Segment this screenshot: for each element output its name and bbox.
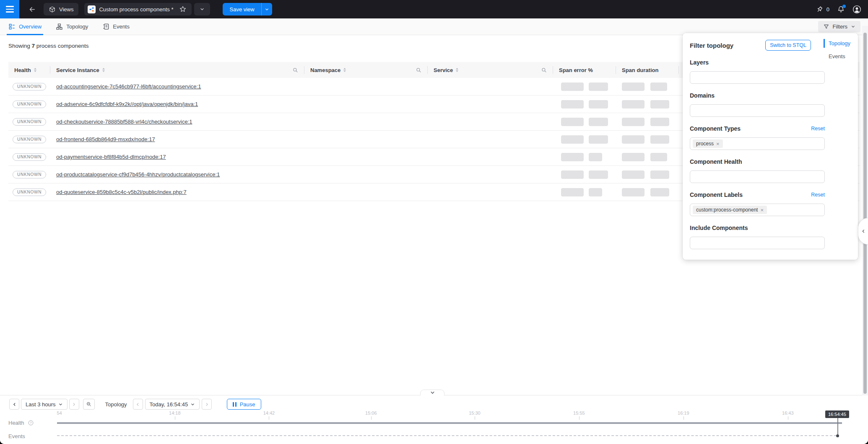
component-labels-reset-link[interactable]: Reset [811, 192, 825, 198]
component-types-reset-link[interactable]: Reset [811, 126, 825, 132]
events-icon [102, 23, 109, 30]
loading-skeleton [650, 170, 669, 179]
events-timeline-line[interactable] [57, 435, 837, 436]
arrow-left-icon [28, 5, 36, 13]
pinned-items-button[interactable]: 0 [816, 5, 829, 13]
tick-label: 15:06 [365, 410, 377, 416]
chevron-right-icon [72, 402, 76, 407]
layers-input[interactable] [690, 71, 825, 84]
loading-skeleton [589, 170, 608, 179]
save-view-button[interactable]: Save view [223, 3, 261, 15]
filter-section-domains: Domains [690, 92, 830, 117]
scrollbar-thumb[interactable] [863, 33, 867, 394]
health-status-badge: UNKNOWN [13, 83, 46, 90]
hamburger-menu-icon[interactable] [0, 0, 19, 18]
column-header-span-error[interactable]: Span error % [553, 62, 616, 78]
time-range-back-button[interactable] [9, 399, 19, 410]
sort-icon[interactable] [456, 68, 458, 72]
timeline-collapse-tab[interactable] [420, 390, 444, 395]
column-header-service[interactable]: Service [428, 62, 553, 78]
column-header-namespace[interactable]: Namespace [304, 62, 428, 78]
pause-button[interactable]: Pause [227, 399, 261, 410]
loading-skeleton [650, 100, 669, 108]
service-instance-link[interactable]: od-checkoutservice-78885bf588-vrl4c/chec… [56, 119, 192, 125]
views-label: Views [59, 6, 73, 13]
include-components-input[interactable] [690, 237, 825, 249]
loading-skeleton [561, 170, 584, 179]
service-instance-link[interactable]: od-accountingservice-7c546cb977-l6bft/ac… [56, 83, 201, 90]
view-type-icon [88, 5, 96, 13]
health-timeline-bar[interactable] [57, 422, 842, 424]
tick-label: 15:55 [573, 410, 585, 416]
health-status-badge: UNKNOWN [13, 153, 46, 161]
results-summary: Showing 7 process components [8, 43, 88, 49]
tab-events[interactable]: Events [101, 18, 131, 35]
playhead-line[interactable] [837, 418, 838, 436]
loading-skeleton [589, 83, 608, 91]
search-icon[interactable] [416, 67, 422, 73]
results-count: 7 [32, 43, 35, 49]
filter-section-include-components: Include Components [690, 225, 830, 249]
tab-overview-label: Overview [19, 23, 42, 30]
views-button[interactable]: Views [44, 3, 78, 15]
service-instance-link[interactable]: od-adservice-6c9dfcfdbf-k9x2k//opt/java/… [56, 101, 198, 107]
save-view-dropdown-button[interactable] [261, 3, 272, 15]
view-dropdown-button[interactable] [194, 3, 210, 15]
top-bar: Views Custom process components * [0, 0, 868, 18]
search-icon[interactable] [541, 67, 547, 73]
datetime-forward-button[interactable] [202, 399, 212, 410]
datetime-back-button[interactable] [133, 399, 143, 410]
datetime-select[interactable]: Today, 16:54:45 [145, 399, 200, 410]
panel-collapse-handle[interactable] [858, 218, 868, 245]
tab-overview[interactable]: Overview [7, 18, 43, 35]
chip-remove-icon[interactable]: × [716, 141, 720, 147]
sort-icon[interactable] [343, 68, 346, 72]
view-tabs-bar: Overview Topology [0, 18, 868, 35]
layers-label: Layers [690, 59, 709, 66]
switch-to-stql-button[interactable]: Switch to STQL [765, 40, 811, 51]
cube-icon [49, 6, 56, 13]
sort-icon[interactable] [34, 68, 36, 72]
loading-skeleton [622, 170, 645, 179]
filters-button[interactable]: Filters [818, 21, 860, 32]
time-range-forward-button[interactable] [69, 399, 79, 410]
save-view-split-button: Save view [223, 3, 272, 15]
health-status-badge: UNKNOWN [13, 171, 46, 178]
service-instance-link[interactable]: od-paymentservice-bf8f84b5d-dlmcp/node:1… [56, 154, 166, 160]
star-icon[interactable] [179, 5, 187, 13]
sort-icon[interactable] [102, 68, 105, 72]
loading-skeleton [589, 118, 608, 126]
notifications-button[interactable] [837, 5, 845, 13]
component-labels-input[interactable]: custom:process-component × [690, 204, 825, 216]
chevron-right-icon [205, 402, 209, 407]
service-instance-link[interactable]: od-quoteservice-859b8c5c4c-v5b2l/public/… [56, 189, 187, 195]
column-header-span-duration[interactable]: Span duration [616, 62, 679, 78]
filter-section-component-types: Component Types Reset process × [690, 125, 830, 150]
user-avatar[interactable] [852, 5, 861, 14]
loading-skeleton [589, 188, 602, 196]
column-header-service-instance[interactable]: Service Instance [50, 62, 304, 78]
component-types-input[interactable]: process × [690, 137, 825, 150]
column-header-health[interactable]: Health [8, 62, 50, 78]
chip-remove-icon[interactable]: × [760, 207, 764, 213]
loading-skeleton [589, 135, 608, 144]
back-button[interactable] [25, 3, 39, 16]
component-health-input[interactable] [690, 170, 825, 183]
loading-skeleton [561, 118, 584, 126]
loading-skeleton [622, 188, 645, 196]
search-icon[interactable] [292, 67, 299, 73]
current-view-button[interactable]: Custom process components * [84, 3, 192, 15]
tab-topology[interactable]: Topology [54, 18, 90, 35]
zoom-out-button[interactable] [83, 399, 95, 410]
chevron-down-icon [430, 390, 435, 395]
service-instance-link[interactable]: od-productcatalogservice-cf9d7b456-4hhzv… [56, 171, 220, 178]
panel-tab-topology[interactable]: Topology [824, 39, 856, 48]
help-icon[interactable]: ? [28, 420, 34, 426]
tick-label: 54 [57, 410, 62, 416]
domains-input[interactable] [690, 104, 825, 117]
service-instance-link[interactable]: od-frontend-685db864d9-msxdx/node:17 [56, 136, 155, 142]
loading-skeleton [589, 153, 602, 161]
time-range-select[interactable]: Last 3 hours [21, 399, 68, 410]
svg-text:?: ? [30, 421, 31, 425]
notification-badge-dot [842, 5, 846, 8]
